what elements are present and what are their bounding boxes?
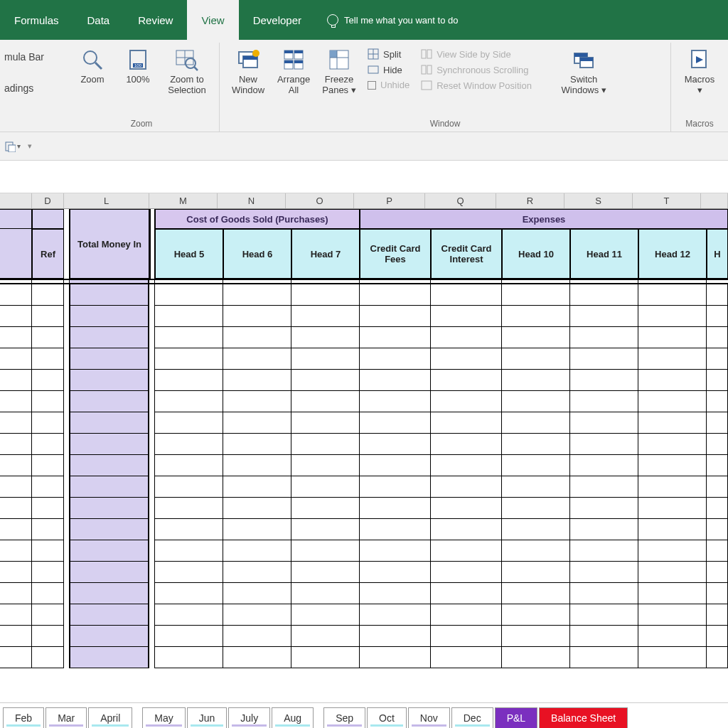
col-header[interactable]: T	[633, 193, 701, 208]
cogs-section-title: Cost of Goods Sold (Purchases)	[155, 209, 360, 229]
reset-position-button: Reset Window Position	[419, 78, 553, 92]
sheet-tab[interactable]: April	[88, 707, 132, 728]
svg-rect-36	[574, 53, 587, 57]
col-header[interactable]: Q	[425, 193, 496, 208]
switch-windows-icon	[571, 47, 596, 73]
col-header[interactable]: R	[496, 193, 564, 208]
arrange-all-label: Arrange All	[277, 74, 310, 95]
col-header[interactable]: L	[64, 193, 149, 208]
formula-bar-checkbox-cut[interactable]: mula Bar	[0, 48, 64, 65]
ribbon-group-window: New Window Arrange All Freeze Panes ▾ Sp…	[220, 43, 671, 132]
svg-line-1	[95, 63, 102, 69]
col-header[interactable]: P	[354, 193, 425, 208]
ribbon-tabs: Formulas Data Review View Developer Tell…	[0, 0, 728, 40]
sheet-tab[interactable]: Sep	[323, 707, 365, 728]
side-by-side-icon	[421, 48, 432, 60]
zoom-button[interactable]: Zoom	[70, 46, 115, 85]
expense-head: Credit Card Interest	[431, 229, 502, 279]
macros-label: Macros▾	[685, 74, 715, 95]
svg-rect-30	[422, 50, 426, 58]
tab-formulas[interactable]: Formulas	[0, 0, 73, 40]
freeze-panes-button[interactable]: Freeze Panes ▾	[316, 46, 362, 95]
col-header[interactable]: O	[286, 193, 354, 208]
headings-checkbox-cut[interactable]: adings	[0, 80, 64, 97]
tab-developer[interactable]: Developer	[239, 0, 316, 40]
svg-rect-15	[284, 50, 293, 53]
sheet-tab[interactable]: Oct	[367, 707, 407, 728]
col-header[interactable]: N	[218, 193, 286, 208]
sheet-tab[interactable]: Mar	[46, 707, 87, 728]
arrange-all-button[interactable]: Arrange All	[271, 46, 316, 95]
svg-rect-21	[294, 60, 303, 63]
sheet-tab[interactable]: Jun	[187, 707, 228, 728]
new-window-button[interactable]: New Window	[225, 46, 271, 95]
sheet-tabs: Feb Mar April May Jun July Aug Sep Oct N…	[0, 702, 728, 728]
formula-bar-area	[0, 161, 728, 193]
macros-button[interactable]: Macros▾	[677, 46, 722, 95]
tab-review[interactable]: Review	[124, 0, 187, 40]
sheet-tab-label: Aug	[284, 712, 301, 724]
sheet-tab[interactable]: Nov	[408, 707, 450, 728]
svg-rect-17	[294, 50, 303, 53]
sheet-tab-label: Feb	[15, 712, 32, 724]
unhide-label: Unhide	[380, 80, 410, 90]
switch-windows-button[interactable]: Switch Windows ▾	[557, 46, 610, 95]
spreadsheet-grid[interactable]: Ref Total Money In Cost of Goods Sold (P…	[0, 209, 728, 668]
hide-icon	[368, 64, 379, 75]
cogs-head: Head 5	[155, 229, 223, 279]
sheet-tab[interactable]: P&L	[495, 707, 537, 728]
total-money-in-header: Total Money In	[70, 209, 149, 279]
freeze-panes-icon	[326, 47, 352, 73]
sheet-tab[interactable]: Balance Sheet	[539, 707, 628, 728]
column-headers: D L M N O P Q R S T	[0, 193, 728, 209]
sync-scroll-icon	[421, 64, 432, 75]
side-by-side-button: View Side by Side	[419, 47, 553, 61]
svg-text:100: 100	[134, 63, 142, 68]
arrange-all-icon	[281, 47, 306, 73]
svg-rect-19	[284, 60, 293, 63]
magnifier-icon	[80, 47, 105, 73]
sheet-tab[interactable]: Dec	[451, 707, 493, 728]
new-window-icon	[235, 47, 261, 73]
expense-head: H	[707, 229, 728, 279]
data-rows[interactable]	[0, 284, 728, 668]
sheet-tab-label: P&L	[507, 712, 525, 724]
ref-header: Ref	[32, 229, 64, 279]
tell-me-search[interactable]: Tell me what you want to do	[316, 0, 469, 40]
sheet-tab-label: Sep	[336, 712, 353, 724]
hide-button[interactable]: Hide	[366, 63, 411, 77]
cogs-head: Head 7	[291, 229, 360, 279]
tab-view[interactable]: View	[187, 0, 238, 40]
expense-head: Head 12	[638, 229, 707, 279]
sheet-tab-label: May	[154, 712, 173, 724]
sheet-tab[interactable]: Aug	[272, 707, 314, 728]
new-window-label: New Window	[232, 74, 264, 95]
col-header[interactable]: D	[32, 193, 64, 208]
svg-rect-31	[427, 50, 432, 58]
sync-scrolling-label: Synchronous Scrolling	[437, 65, 528, 75]
group-label-macros: Macros	[677, 117, 722, 132]
svg-rect-29	[368, 66, 378, 73]
col-header[interactable]: M	[149, 193, 218, 208]
sheet-tab[interactable]: July	[228, 707, 270, 728]
magnifier-grid-icon	[174, 47, 200, 73]
sheet-tab-label: Jun	[199, 712, 215, 724]
zoom-selection-button[interactable]: Zoom to Selection	[161, 46, 213, 95]
zoom-100-button[interactable]: 100 100%	[115, 46, 161, 85]
split-button[interactable]: Split	[366, 47, 411, 61]
expense-head: Credit Card Fees	[360, 229, 431, 279]
ribbon-body: mula Bar adings Zoom 100 100% Zoom t	[0, 40, 728, 132]
svg-rect-34	[422, 81, 432, 90]
unhide-button: Unhide	[366, 78, 411, 92]
qat-item[interactable]: ▾	[4, 141, 21, 152]
side-by-side-label: View Side by Side	[437, 49, 511, 60]
tell-me-label: Tell me what you want to do	[344, 15, 458, 26]
sheet-tab[interactable]: May	[142, 707, 185, 728]
sheet-tab[interactable]: Feb	[3, 707, 44, 728]
tab-data[interactable]: Data	[73, 0, 124, 40]
col-header[interactable]: S	[564, 193, 633, 208]
switch-windows-label: Switch Windows ▾	[562, 74, 606, 95]
svg-rect-33	[427, 65, 432, 74]
split-icon	[368, 48, 379, 60]
qat-customize[interactable]: ▾	[28, 141, 32, 151]
